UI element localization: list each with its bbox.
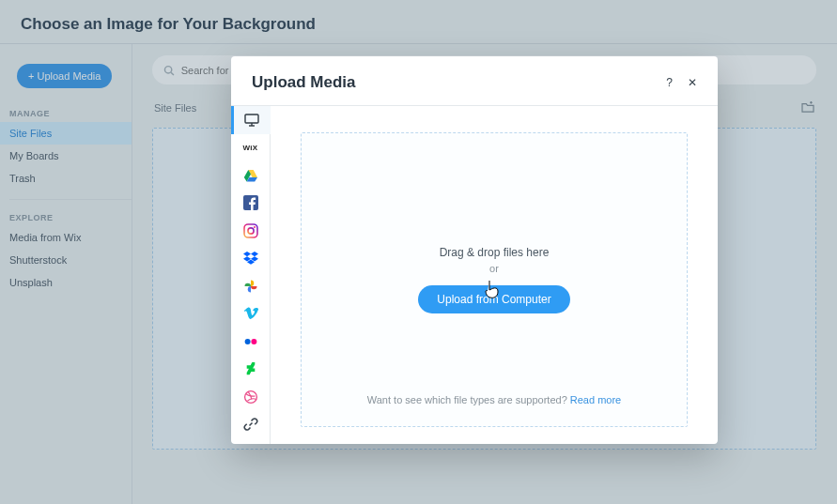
source-url[interactable] xyxy=(231,411,271,439)
modal-title: Upload Media xyxy=(252,73,356,92)
svg-point-19 xyxy=(244,339,250,344)
svg-marker-14 xyxy=(243,252,251,256)
deviantart-icon xyxy=(243,361,258,376)
google-drive-icon xyxy=(243,168,258,183)
computer-icon xyxy=(244,113,259,128)
help-icon[interactable]: ? xyxy=(666,76,673,89)
vimeo-icon xyxy=(243,306,258,321)
upload-media-modal: Upload Media ? ✕ WiX xyxy=(231,56,718,444)
read-more-link[interactable]: Read more xyxy=(570,394,621,405)
source-wix[interactable]: WiX xyxy=(231,134,271,162)
source-dropbox[interactable] xyxy=(231,245,271,273)
instagram-icon xyxy=(243,223,258,238)
svg-rect-11 xyxy=(244,224,257,237)
source-google-photos[interactable] xyxy=(231,272,271,300)
svg-marker-15 xyxy=(251,252,258,256)
source-flickr[interactable] xyxy=(231,328,271,356)
svg-point-20 xyxy=(251,339,256,344)
source-dribbble[interactable] xyxy=(231,383,271,411)
source-facebook[interactable] xyxy=(231,190,271,218)
svg-point-13 xyxy=(254,226,256,228)
source-computer[interactable] xyxy=(231,106,271,134)
google-photos-icon xyxy=(243,279,258,294)
supported-file-types-text: Want to see which file types are support… xyxy=(367,394,621,405)
close-icon[interactable]: ✕ xyxy=(688,76,697,89)
or-text: or xyxy=(489,263,499,274)
upload-from-computer-button[interactable]: Upload from Computer xyxy=(418,285,569,313)
dribbble-icon xyxy=(243,389,258,405)
source-deviantart[interactable] xyxy=(231,356,271,384)
source-google-drive[interactable] xyxy=(231,161,271,190)
drop-area[interactable]: Drag & drop files here or Upload from Co… xyxy=(301,132,688,427)
wix-icon: WiX xyxy=(243,144,258,152)
source-instagram[interactable] xyxy=(231,217,271,245)
flickr-icon xyxy=(243,334,258,349)
link-icon xyxy=(243,417,258,432)
svg-rect-4 xyxy=(245,115,258,123)
facebook-icon xyxy=(243,195,258,210)
drag-drop-text: Drag & drop files here xyxy=(440,246,550,259)
dropbox-icon xyxy=(243,251,258,266)
source-vimeo[interactable] xyxy=(231,300,271,328)
source-rail: WiX xyxy=(231,106,271,444)
svg-point-12 xyxy=(247,228,253,234)
